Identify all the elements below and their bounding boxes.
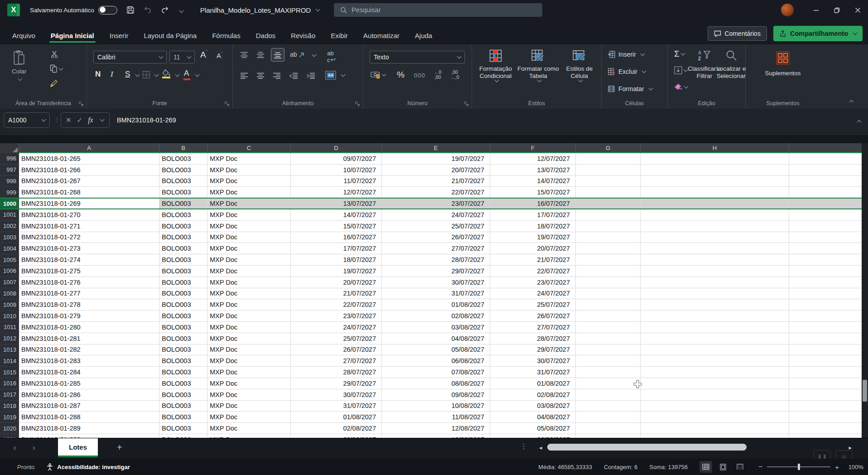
cell-B1018[interactable]: BOLO003 xyxy=(159,401,207,412)
increase-indent-icon[interactable] xyxy=(306,73,315,79)
scroll-left-icon[interactable]: ◂ xyxy=(539,444,542,451)
conditional-formatting-button[interactable]: Formatação Condicional xyxy=(475,49,516,82)
cell-D1020[interactable]: 02/08/2027 xyxy=(291,423,382,434)
cell-E1008[interactable]: 31/07/2027 xyxy=(382,288,490,300)
cell-G1007[interactable] xyxy=(576,277,641,288)
cell-C1013[interactable]: MXP Doc xyxy=(207,344,291,356)
cell-D1016[interactable]: 29/07/2027 xyxy=(291,378,382,389)
cell-B1004[interactable]: BOLO003 xyxy=(159,243,207,254)
share-button[interactable]: Compartilhamento xyxy=(773,26,863,41)
cell-F1004[interactable]: 20/07/2027 xyxy=(490,243,576,254)
cell-C998[interactable]: MXP Doc xyxy=(207,176,291,187)
cell-E1020[interactable]: 12/08/2027 xyxy=(382,423,490,434)
cell-F1000[interactable]: 16/07/2027 xyxy=(490,198,576,209)
cell-G1011[interactable] xyxy=(576,322,641,333)
cell-D1018[interactable]: 31/07/2027 xyxy=(291,401,382,412)
cell-C1004[interactable]: MXP Doc xyxy=(207,243,291,254)
cell-B1011[interactable]: BOLO003 xyxy=(159,322,207,333)
zoom-slider[interactable] xyxy=(767,466,830,467)
horizontal-scrollbar-thumb[interactable] xyxy=(547,444,747,451)
row-header-1012[interactable]: 1012 xyxy=(0,333,19,344)
cell-A1020[interactable]: BMN231018-01-289 xyxy=(19,423,159,434)
cell-G1010[interactable] xyxy=(576,310,641,322)
cell-D1000[interactable]: 13/07/2027 xyxy=(291,198,382,209)
cell-G1013[interactable] xyxy=(576,344,641,356)
quick-access-chevron-icon[interactable] xyxy=(178,6,183,14)
tab-revisão[interactable]: Revisão xyxy=(283,28,323,44)
cell-C1011[interactable]: MXP Doc xyxy=(207,322,291,333)
cell-F1012[interactable]: 28/07/2027 xyxy=(490,333,576,344)
cell-C1009[interactable]: MXP Doc xyxy=(207,299,291,310)
cell-A996[interactable]: BMN231018-01-265 xyxy=(19,153,159,165)
cell-H1020[interactable] xyxy=(641,423,789,434)
cell-B1019[interactable]: BOLO003 xyxy=(159,412,207,423)
minimize-button[interactable] xyxy=(805,0,826,20)
borders-button[interactable] xyxy=(142,71,150,79)
cell-F1021[interactable]: 06/08/2027 xyxy=(490,434,576,438)
cell-G1016[interactable] xyxy=(576,378,641,389)
cell-A1010[interactable]: BMN231018-01-279 xyxy=(19,310,159,322)
cell-G1006[interactable] xyxy=(576,266,641,277)
tab-inserir[interactable]: Inserir xyxy=(102,28,136,44)
select-all-corner[interactable] xyxy=(0,143,19,153)
cell-H1000[interactable] xyxy=(641,198,789,209)
cell-F1001[interactable]: 17/07/2027 xyxy=(490,209,576,221)
row-header-998[interactable]: 998 xyxy=(0,176,19,187)
cell-A1017[interactable]: BMN231018-01-286 xyxy=(19,389,159,401)
decrease-indent-icon[interactable] xyxy=(289,73,298,79)
cell-G1002[interactable] xyxy=(576,221,641,232)
cell-E1018[interactable]: 10/08/2027 xyxy=(382,401,490,412)
cell-H1008[interactable] xyxy=(641,288,789,300)
font-color-chevron-icon[interactable] xyxy=(195,73,200,77)
cell-A997[interactable]: BMN231018-01-266 xyxy=(19,165,159,176)
cell-E1006[interactable]: 29/07/2027 xyxy=(382,266,490,277)
cell-A1005[interactable]: BMN231018-01-274 xyxy=(19,254,159,266)
cell-E998[interactable]: 21/07/2027 xyxy=(382,176,490,187)
cell-A1001[interactable]: BMN231018-01-270 xyxy=(19,209,159,221)
prev-sheet-icon[interactable]: ‹ xyxy=(14,444,16,452)
cell-E1016[interactable]: 08/08/2027 xyxy=(382,378,490,389)
italic-button[interactable]: I xyxy=(111,70,113,79)
cell-D1021[interactable]: 03/08/2027 xyxy=(291,434,382,438)
underline-button[interactable]: S xyxy=(125,70,130,79)
cell-D1013[interactable]: 26/07/2027 xyxy=(291,344,382,356)
name-box[interactable]: A1000 xyxy=(4,112,50,128)
cell-G998[interactable] xyxy=(576,176,641,187)
row-header-1008[interactable]: 1008 xyxy=(0,288,19,300)
cell-A999[interactable]: BMN231018-01-268 xyxy=(19,187,159,198)
cell-1017[interactable] xyxy=(789,389,862,401)
cell-D1006[interactable]: 19/07/2027 xyxy=(291,266,382,277)
cell-C1017[interactable]: MXP Doc xyxy=(207,389,291,401)
cell-E1014[interactable]: 06/08/2027 xyxy=(382,355,490,367)
comments-button[interactable]: Comentários xyxy=(708,26,767,41)
cell-E1004[interactable]: 27/07/2027 xyxy=(382,243,490,254)
number-format-select[interactable]: Texto xyxy=(370,51,465,63)
cell-D1003[interactable]: 16/07/2027 xyxy=(291,232,382,243)
cell-1005[interactable] xyxy=(789,254,862,266)
cell-H1004[interactable] xyxy=(641,243,789,254)
cell-1004[interactable] xyxy=(789,243,862,254)
expand-formula-bar-icon[interactable] xyxy=(857,120,862,125)
cell-G999[interactable] xyxy=(576,187,641,198)
row-header-1020[interactable]: 1020 xyxy=(0,423,19,434)
row-header-1009[interactable]: 1009 xyxy=(0,299,19,310)
cell-B1012[interactable]: BOLO003 xyxy=(159,333,207,344)
row-header-1013[interactable]: 1013 xyxy=(0,344,19,356)
cell-A1011[interactable]: BMN231018-01-280 xyxy=(19,322,159,333)
cell-B1016[interactable]: BOLO003 xyxy=(159,378,207,389)
cell-D1017[interactable]: 30/07/2027 xyxy=(291,389,382,401)
collapse-ribbon-icon[interactable] xyxy=(849,100,854,105)
cell-F1011[interactable]: 27/07/2027 xyxy=(490,322,576,333)
cell-1002[interactable] xyxy=(789,221,862,232)
cell-C1010[interactable]: MXP Doc xyxy=(207,310,291,322)
accounting-format-icon[interactable] xyxy=(371,71,386,79)
column-header-G[interactable]: G xyxy=(576,143,641,153)
cell-E996[interactable]: 19/07/2027 xyxy=(382,153,490,165)
cell-1013[interactable] xyxy=(789,344,862,356)
bold-button[interactable]: N xyxy=(95,70,101,79)
cell-G1009[interactable] xyxy=(576,299,641,310)
page-layout-view-icon[interactable] xyxy=(717,461,729,473)
paste-button[interactable]: Colar xyxy=(12,50,26,80)
format-as-table-button[interactable]: Formatar como Tabela xyxy=(517,49,559,82)
cell-F1003[interactable]: 19/07/2027 xyxy=(490,232,576,243)
